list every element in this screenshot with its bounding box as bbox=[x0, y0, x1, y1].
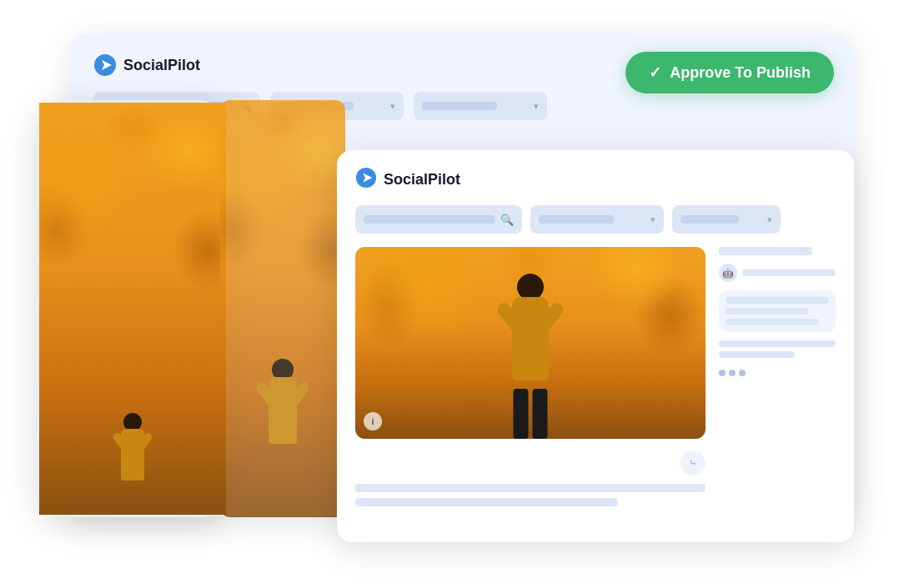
sidebar-extra-1 bbox=[719, 340, 836, 347]
photo-strip bbox=[220, 100, 345, 517]
chevron-down-icon-2: ▾ bbox=[534, 101, 539, 112]
sidebar-card-1 bbox=[719, 290, 836, 332]
mid-chevron-2: ▾ bbox=[767, 214, 772, 225]
mid-panel-dropdown-1-bar bbox=[539, 215, 614, 224]
dot-3 bbox=[739, 370, 746, 376]
sidebar-bot-icon: 🤖 bbox=[719, 264, 737, 282]
back-panel-dropdown-2[interactable]: ▾ bbox=[414, 92, 547, 120]
chevron-down-icon: ▾ bbox=[390, 101, 395, 112]
autumn-trees-strip bbox=[220, 100, 345, 350]
back-panel-logo-text: SocialPilot bbox=[123, 57, 200, 74]
info-icon: i bbox=[364, 412, 382, 430]
mid-share-icon[interactable]: ⤷ bbox=[680, 451, 706, 476]
sidebar-line-1 bbox=[719, 247, 812, 255]
sidebar-card-1-line-3 bbox=[726, 319, 819, 325]
dot-2 bbox=[729, 370, 736, 376]
phone-image bbox=[51, 166, 214, 291]
mid-line-1 bbox=[355, 484, 706, 492]
mid-panel: SocialPilot 🔍 ▾ ▾ bbox=[337, 150, 854, 542]
sidebar-bot-row: 🤖 bbox=[719, 264, 836, 282]
phone-panel: SocialPilot ⤷ 🤖 bbox=[37, 100, 228, 517]
mid-panel-logo-text: SocialPilot bbox=[384, 171, 460, 189]
mid-panel-dropdown-2[interactable]: ▾ bbox=[672, 205, 781, 234]
sidebar-top-section bbox=[719, 247, 836, 255]
main-scene: SocialPilot 🔍 ▾ ▾ ✓ Approve To Publish bbox=[20, 17, 904, 567]
sidebar-card-1-line-1 bbox=[726, 297, 829, 304]
mid-search-icon: 🔍 bbox=[500, 214, 514, 226]
back-panel-dropdown-2-bar bbox=[422, 102, 497, 110]
mid-panel-dropdown-1[interactable]: ▾ bbox=[530, 205, 664, 234]
sidebar-dot-row bbox=[719, 370, 836, 376]
phone-autumn-trees bbox=[51, 166, 214, 291]
sidebar-card-1-line-2 bbox=[726, 308, 808, 315]
dot-1 bbox=[719, 370, 726, 376]
mid-share-row: ⤷ bbox=[355, 451, 706, 476]
mid-autumn-bg bbox=[355, 247, 706, 439]
mid-chevron-1: ▾ bbox=[650, 214, 655, 225]
mid-panel-sidebar: 🤖 bbox=[719, 247, 836, 506]
mid-panel-image: i bbox=[355, 247, 706, 439]
check-icon: ✓ bbox=[649, 63, 661, 82]
mid-panel-logo-icon bbox=[355, 167, 377, 192]
mid-text-lines bbox=[355, 484, 706, 506]
sidebar-bot-line-1 bbox=[742, 269, 836, 276]
back-panel-logo-icon bbox=[93, 53, 117, 77]
mid-panel-dropdown-2-bar bbox=[680, 215, 739, 224]
autumn-bg-strip bbox=[220, 100, 345, 517]
mid-panel-search-bar bbox=[364, 215, 495, 224]
approve-to-publish-button[interactable]: ✓ Approve To Publish bbox=[625, 52, 834, 93]
mid-panel-toolbar: 🔍 ▾ ▾ bbox=[355, 205, 836, 234]
sidebar-extra-lines bbox=[719, 340, 836, 358]
mid-line-2 bbox=[355, 498, 618, 506]
approve-button-label: Approve To Publish bbox=[670, 64, 811, 82]
sidebar-extra-2 bbox=[719, 351, 795, 358]
mid-panel-search[interactable]: 🔍 bbox=[355, 205, 522, 234]
mid-panel-content: i ⤷ 🤖 bbox=[355, 247, 836, 506]
mid-panel-logo-row: SocialPilot bbox=[355, 167, 836, 192]
phone-autumn-bg bbox=[51, 166, 214, 291]
mid-panel-main: i ⤷ bbox=[355, 247, 706, 506]
